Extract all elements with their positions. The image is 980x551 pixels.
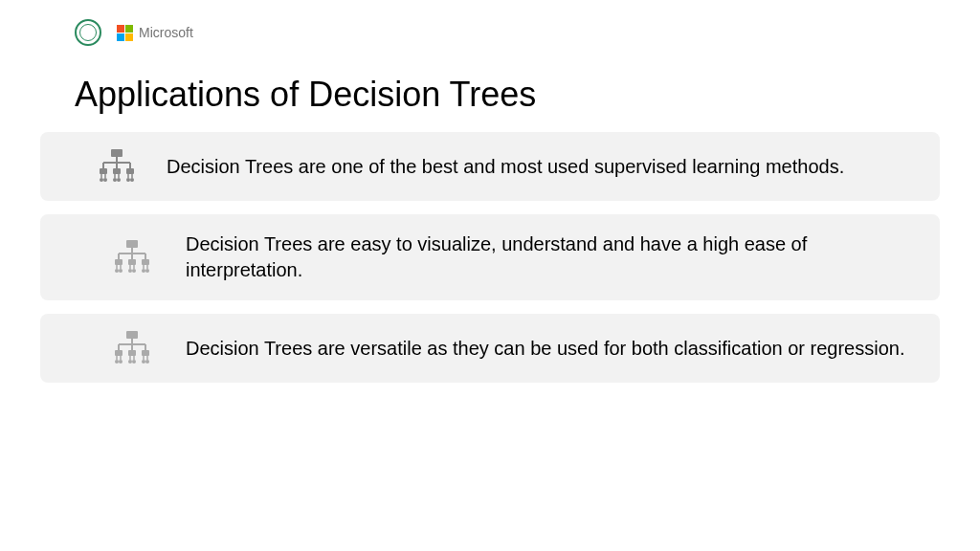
svg-rect-7	[113, 168, 121, 174]
svg-point-19	[126, 178, 130, 182]
svg-rect-29	[142, 259, 149, 265]
svg-rect-6	[100, 168, 107, 174]
svg-rect-50	[142, 350, 149, 356]
microsoft-logo: Microsoft	[117, 25, 193, 41]
svg-point-17	[113, 178, 117, 182]
institution-seal-logo	[75, 19, 101, 46]
svg-rect-28	[128, 259, 136, 265]
svg-point-40	[142, 269, 145, 273]
hierarchy-tree-icon	[113, 240, 151, 275]
svg-point-37	[119, 269, 122, 273]
content-area: Decision Trees are one of the best and m…	[0, 132, 980, 383]
svg-point-60	[132, 360, 136, 364]
svg-point-59	[128, 360, 132, 364]
svg-point-20	[130, 178, 134, 182]
svg-point-38	[128, 269, 132, 273]
point-row: Decision Trees are easy to visualize, un…	[40, 214, 940, 300]
svg-point-41	[145, 269, 149, 273]
svg-point-18	[117, 178, 121, 182]
svg-point-58	[119, 360, 122, 364]
point-text: Decision Trees are one of the best and m…	[167, 154, 844, 180]
svg-rect-0	[111, 149, 122, 157]
svg-point-16	[103, 178, 107, 182]
svg-point-57	[115, 360, 119, 364]
hierarchy-tree-icon	[113, 331, 151, 365]
svg-point-61	[142, 360, 145, 364]
svg-point-62	[145, 360, 149, 364]
svg-rect-27	[115, 259, 122, 265]
point-text: Decision Trees are easy to visualize, un…	[186, 231, 911, 283]
slide-title: Applications of Decision Trees	[0, 46, 980, 132]
hierarchy-tree-icon	[98, 149, 136, 184]
header-logos: Microsoft	[0, 0, 980, 46]
point-text: Decision Trees are versatile as they can…	[186, 336, 904, 362]
svg-point-15	[100, 178, 103, 182]
svg-rect-49	[128, 350, 136, 356]
svg-rect-48	[115, 350, 122, 356]
point-row: Decision Trees are versatile as they can…	[40, 314, 940, 383]
point-row: Decision Trees are one of the best and m…	[40, 132, 940, 201]
svg-rect-8	[126, 168, 134, 174]
svg-point-39	[132, 269, 136, 273]
svg-rect-21	[126, 240, 138, 248]
svg-rect-42	[126, 331, 138, 339]
svg-point-36	[115, 269, 119, 273]
microsoft-text: Microsoft	[139, 25, 193, 40]
microsoft-squares-icon	[117, 25, 133, 41]
